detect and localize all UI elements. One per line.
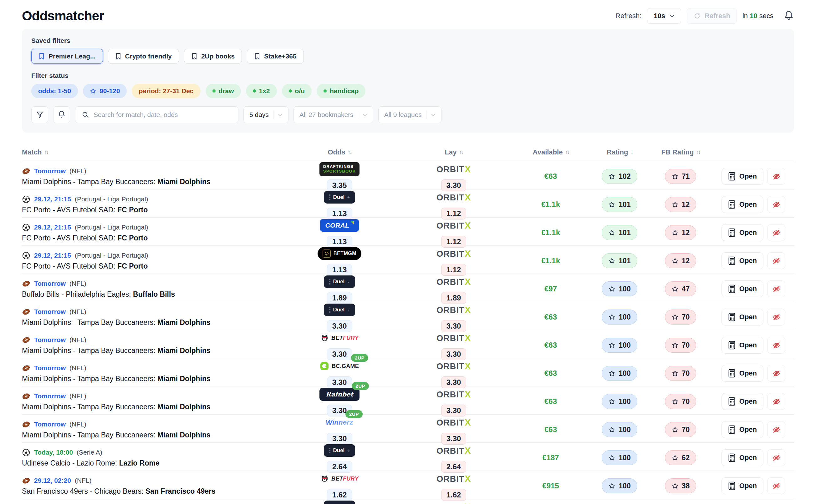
orbitx-logo: ORBITX [437, 502, 471, 504]
hide-row-button[interactable] [767, 449, 785, 466]
match-time-link[interactable]: Tomorrow [34, 392, 66, 400]
match-time-link[interactable]: Today, 18:00 [34, 449, 73, 456]
orbitx-logo: ORBITX [437, 446, 471, 456]
match-name: Miami Dolphins - Tampa Bay Buccaneers: M… [22, 178, 292, 186]
filter-status-pill[interactable]: 90-120 [83, 84, 127, 98]
open-calculator-button[interactable]: Open [722, 365, 763, 382]
back-odds-cell: DRAFTKINGSSPORTSBOOK Duel÷ CORAL BETMGM … [292, 330, 386, 360]
available-amount: €63 [521, 172, 580, 181]
hide-row-button[interactable] [767, 224, 785, 241]
open-calculator-button[interactable]: Open [722, 421, 763, 438]
hide-row-button[interactable] [767, 337, 785, 354]
column-header-lay[interactable]: Lay↑↓ [386, 148, 521, 156]
back-odds-cell: DRAFTKINGSSPORTSBOOK Duel÷ CORAL BETMGM … [292, 189, 386, 219]
available-amount: €97 [521, 285, 580, 293]
match-league: (NFL) [69, 364, 86, 372]
match-league: (Portugal - Liga Portugal) [75, 195, 148, 203]
status-dot [323, 89, 327, 93]
match-time-link[interactable]: Tomorrow [34, 421, 66, 428]
toolbar-select[interactable]: All 27 bookmakers [293, 106, 373, 123]
hide-row-button[interactable] [767, 196, 785, 213]
match-name: Miami Dolphins - Tampa Bay Buccaneers: M… [22, 318, 292, 327]
hide-row-button[interactable] [767, 393, 785, 410]
filter-status-pill[interactable]: draw [205, 84, 241, 98]
match-selection: Miami Dolphins [157, 403, 210, 411]
match-time-link[interactable]: Tomorrow [34, 308, 66, 315]
saved-filters-row: Premier Leag...Crypto friendly2Up booksS… [31, 49, 785, 64]
search-input[interactable] [94, 111, 232, 118]
open-calculator-button[interactable]: Open [722, 309, 763, 325]
back-odds-cell: DRAFTKINGSSPORTSBOOK Duel÷ CORAL BETMGM … [292, 302, 386, 332]
match-time-link[interactable]: Tomorrow [34, 336, 66, 344]
match-time-link[interactable]: Tomorrow [34, 364, 66, 372]
open-calculator-button[interactable]: Open [722, 224, 763, 241]
match-cell: Tomorrow (NFL) Buffalo Bills - Philadelp… [22, 280, 292, 299]
match-selection: San Francisco 49ers [145, 487, 215, 495]
refresh-interval-select[interactable]: 10s [647, 8, 681, 24]
saved-filter-chip[interactable]: Stake+365 [247, 49, 303, 64]
open-calculator-button[interactable]: Open [722, 196, 763, 213]
match-time-link[interactable]: 29.12, 02:20 [34, 477, 71, 484]
hide-row-button[interactable] [767, 477, 785, 494]
toolbar-select[interactable]: 5 days [243, 106, 288, 123]
match-time-link[interactable]: 29.12, 21:15 [34, 224, 71, 231]
filter-status-pill[interactable]: o/u [282, 84, 312, 98]
match-cell: 29.12, 21:15 (Portugal - Liga Portugal) … [22, 195, 292, 214]
back-odds-cell: DRAFTKINGSSPORTSBOOK Duel÷ CORAL BETMGM … [292, 386, 386, 416]
saved-filter-chip[interactable]: Premier Leag... [31, 49, 103, 64]
match-time-link[interactable]: Tomorrow [34, 280, 66, 287]
fb-rating-badge: 70 [665, 310, 697, 325]
filter-status-pill[interactable]: odds: 1-50 [31, 84, 78, 98]
match-selection: Miami Dolphins [157, 318, 210, 326]
column-header-rating[interactable]: Rating↓ [580, 148, 659, 156]
soccer-ball-icon [22, 223, 30, 232]
star-icon [672, 370, 679, 377]
column-header-available[interactable]: Available↑↓ [521, 148, 580, 156]
filter-status-pill[interactable]: 1x2 [246, 84, 277, 98]
match-time-link[interactable]: 29.12, 21:15 [34, 252, 71, 259]
column-header-match[interactable]: Match↑↓ [22, 148, 292, 156]
back-odds-cell: DRAFTKINGSSPORTSBOOK Duel÷ CORAL BETMGM … [292, 443, 386, 473]
column-header-fb-rating[interactable]: FB Rating↑↓ [659, 148, 702, 156]
open-calculator-button[interactable]: Open [722, 393, 763, 410]
hide-row-button[interactable] [767, 252, 785, 269]
filter-status-pill[interactable]: handicap [317, 84, 365, 98]
column-header-odds[interactable]: Odds↑↓ [292, 148, 386, 156]
sort-desc-icon: ↓ [631, 149, 632, 155]
bell-icon[interactable] [783, 10, 794, 22]
row-actions: Open [702, 196, 794, 213]
hide-row-button[interactable] [767, 280, 785, 297]
hide-row-button[interactable] [767, 421, 785, 438]
star-icon [672, 342, 679, 349]
soccer-ball-icon [22, 448, 30, 457]
match-time-link[interactable]: Tomorrow [34, 167, 66, 175]
refresh-button[interactable]: Refresh [687, 8, 737, 24]
filter-status-pill[interactable]: period: 27-31 Dec [132, 84, 200, 98]
toolbar-select[interactable]: All 9 leagues [378, 106, 442, 123]
saved-filter-chip[interactable]: 2Up books [184, 49, 242, 64]
hide-row-button[interactable] [767, 365, 785, 382]
open-calculator-button[interactable]: Open [722, 280, 763, 297]
american-football-icon [22, 392, 30, 401]
calculator-icon [728, 425, 736, 434]
betfury-raccoon-icon [320, 334, 329, 342]
open-calculator-button[interactable]: Open [722, 337, 763, 354]
open-calculator-button[interactable]: Open [722, 252, 763, 269]
open-calculator-button[interactable]: Open [722, 477, 763, 494]
bell-icon [58, 110, 66, 119]
hide-row-button[interactable] [767, 168, 785, 185]
calculator-icon [728, 228, 736, 237]
rating-badge: 101 [602, 253, 637, 268]
match-time-link[interactable]: 29.12, 21:15 [34, 195, 71, 203]
match-cell: Tomorrow (NFL) Miami Dolphins - Tampa Ba… [22, 420, 292, 439]
filter-funnel-button[interactable] [31, 106, 48, 123]
star-icon [672, 398, 679, 405]
saved-filter-chip[interactable]: Crypto friendly [108, 49, 179, 64]
american-football-icon [22, 308, 30, 316]
open-calculator-button[interactable]: Open [722, 449, 763, 466]
hide-row-button[interactable] [767, 309, 785, 325]
open-button-label: Open [739, 454, 757, 462]
open-calculator-button[interactable]: Open [722, 168, 763, 185]
alert-bell-button[interactable] [53, 106, 70, 123]
calculator-icon [728, 256, 736, 265]
